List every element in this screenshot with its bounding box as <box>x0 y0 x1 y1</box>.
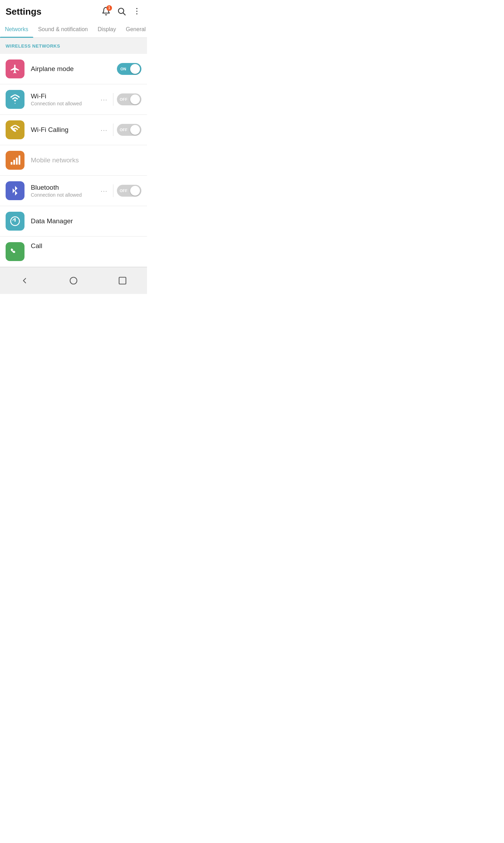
wifi-calling-actions: ··· OFF <box>98 124 141 136</box>
bluetooth-more-button[interactable]: ··· <box>98 185 110 196</box>
airplane-mode-toggle[interactable]: ON <box>117 63 141 75</box>
mobile-networks-content: Mobile networks <box>31 156 141 164</box>
airplane-icon <box>10 64 20 74</box>
wifi-calling-title: Wi-Fi Calling <box>31 126 98 134</box>
wifi-calling-item[interactable]: Wi-Fi Calling ··· OFF <box>0 115 147 145</box>
tab-sound-notification[interactable]: Sound & notification <box>33 21 93 37</box>
svg-point-10 <box>70 277 77 284</box>
notification-badge: 1 <box>106 5 112 11</box>
tab-networks[interactable]: Networks <box>0 21 33 37</box>
mobile-networks-item[interactable]: Mobile networks <box>0 145 147 176</box>
wireless-networks-section-header: WIRELESS NETWORKS <box>0 38 147 54</box>
more-vertical-icon <box>132 7 141 16</box>
call-icon <box>10 246 20 257</box>
tab-bar: Networks Sound & notification Display Ge… <box>0 21 147 38</box>
back-icon <box>20 276 29 285</box>
svg-rect-8 <box>19 155 20 164</box>
bluetooth-divider <box>113 184 113 197</box>
bluetooth-actions: ··· OFF <box>98 184 141 197</box>
airplane-mode-icon <box>6 59 24 78</box>
svg-rect-7 <box>16 158 18 165</box>
bluetooth-icon-bg <box>6 181 24 200</box>
call-icon-bg <box>6 242 24 261</box>
bottom-navigation <box>0 267 147 294</box>
call-content: Call <box>31 242 141 250</box>
data-manager-icon-bg <box>6 212 24 231</box>
svg-rect-6 <box>13 160 15 165</box>
wifi-more-button[interactable]: ··· <box>98 94 110 105</box>
wifi-item[interactable]: Wi-Fi Connection not allowed ··· OFF <box>0 84 147 115</box>
data-manager-icon <box>10 216 20 226</box>
data-manager-title: Data Manager <box>31 217 141 225</box>
data-manager-item[interactable]: Data Manager <box>0 206 147 237</box>
call-title: Call <box>31 242 141 250</box>
svg-rect-5 <box>11 162 13 165</box>
wifi-toggle-label: OFF <box>120 97 127 101</box>
notification-button[interactable]: 1 <box>102 7 111 17</box>
airplane-mode-item[interactable]: Airplane mode ON <box>0 54 147 84</box>
wifi-calling-toggle-label: OFF <box>120 128 127 132</box>
airplane-mode-toggle-label: ON <box>120 67 126 71</box>
bluetooth-toggle-knob <box>130 186 140 196</box>
wifi-calling-content: Wi-Fi Calling <box>31 126 98 134</box>
wifi-title: Wi-Fi <box>31 92 98 100</box>
data-manager-content: Data Manager <box>31 217 141 225</box>
wifi-calling-more-button[interactable]: ··· <box>98 125 110 135</box>
wifi-divider <box>113 93 113 106</box>
search-button[interactable] <box>117 7 126 17</box>
recents-icon <box>118 276 127 285</box>
wifi-actions: ··· OFF <box>98 93 141 106</box>
wifi-toggle-knob <box>130 94 140 104</box>
call-item[interactable]: Call <box>0 237 147 267</box>
back-button[interactable] <box>18 274 31 288</box>
airplane-mode-toggle-knob <box>130 64 140 74</box>
wifi-calling-divider <box>113 124 113 136</box>
wifi-toggle[interactable]: OFF <box>117 93 141 105</box>
bluetooth-item[interactable]: Bluetooth Connection not allowed ··· OFF <box>0 176 147 206</box>
tab-general[interactable]: General <box>121 21 147 37</box>
more-options-button[interactable] <box>132 7 141 17</box>
wifi-calling-toggle[interactable]: OFF <box>117 124 141 136</box>
bluetooth-title: Bluetooth <box>31 184 98 191</box>
wifi-icon-bg <box>6 90 24 109</box>
bluetooth-content: Bluetooth Connection not allowed <box>31 184 98 198</box>
bluetooth-toggle-label: OFF <box>120 189 127 193</box>
wifi-subtitle: Connection not allowed <box>31 101 98 106</box>
search-icon <box>117 7 126 16</box>
home-icon <box>69 276 78 285</box>
airplane-mode-actions: ON <box>117 63 141 75</box>
bluetooth-subtitle: Connection not allowed <box>31 192 98 198</box>
mobile-networks-icon <box>10 155 20 166</box>
section-label: WIRELESS NETWORKS <box>6 43 60 49</box>
mobile-networks-icon-bg <box>6 151 24 170</box>
header-icons: 1 <box>102 7 141 17</box>
recents-button[interactable] <box>115 274 130 288</box>
tab-display[interactable]: Display <box>93 21 121 37</box>
svg-line-1 <box>123 13 125 15</box>
app-header: Settings 1 <box>0 0 147 21</box>
wifi-icon <box>10 94 20 105</box>
svg-point-3 <box>136 10 137 12</box>
bluetooth-icon <box>10 185 20 196</box>
svg-point-4 <box>136 13 137 14</box>
wifi-calling-icon <box>10 125 20 135</box>
wifi-calling-toggle-knob <box>130 125 140 135</box>
page-title: Settings <box>6 6 42 17</box>
mobile-networks-title: Mobile networks <box>31 156 141 164</box>
bluetooth-toggle[interactable]: OFF <box>117 185 141 197</box>
svg-rect-11 <box>119 277 126 284</box>
svg-point-2 <box>136 8 137 9</box>
wifi-calling-icon-bg <box>6 120 24 139</box>
wifi-content: Wi-Fi Connection not allowed <box>31 92 98 106</box>
airplane-mode-title: Airplane mode <box>31 65 117 73</box>
airplane-mode-content: Airplane mode <box>31 65 117 73</box>
home-button[interactable] <box>66 274 80 288</box>
